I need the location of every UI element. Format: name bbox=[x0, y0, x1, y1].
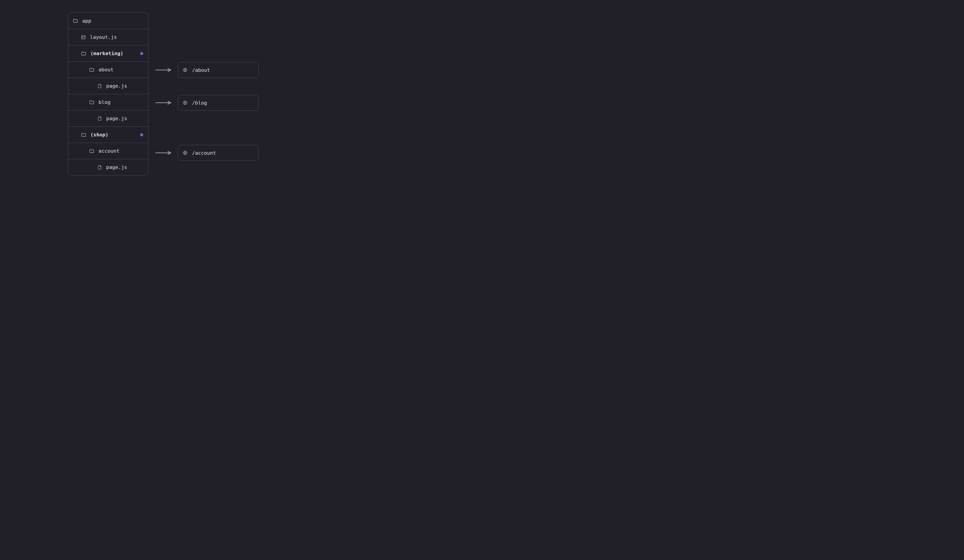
tree-label-shop: (shop) bbox=[90, 132, 108, 138]
file-icon bbox=[97, 84, 102, 89]
tree-row-blog-page: page.js bbox=[68, 110, 148, 127]
url-label-blog: /blog bbox=[192, 100, 207, 106]
tree-label-app: app bbox=[82, 18, 91, 24]
folder-icon bbox=[89, 100, 94, 105]
file-icon bbox=[97, 116, 102, 121]
tree-row-layout: layout.js bbox=[68, 29, 148, 45]
tree-label-blog: blog bbox=[99, 99, 111, 105]
tree-row-blog: blog bbox=[68, 94, 148, 110]
folder-icon bbox=[81, 51, 86, 56]
arrow-icon bbox=[155, 101, 172, 105]
tree-row-account-page: page.js bbox=[68, 159, 148, 175]
tree-label-account-page: page.js bbox=[106, 164, 127, 170]
tree-label-about: about bbox=[99, 67, 114, 73]
url-label-about: /about bbox=[192, 67, 210, 73]
tree-row-app: app bbox=[68, 13, 148, 29]
folder-icon bbox=[89, 67, 94, 73]
globe-icon bbox=[182, 100, 187, 105]
folder-icon bbox=[73, 18, 78, 23]
url-chip-blog: /blog bbox=[178, 95, 259, 110]
tree-label-layout: layout.js bbox=[90, 34, 117, 40]
tree-label-about-page: page.js bbox=[106, 83, 127, 89]
url-label-account: /account bbox=[192, 150, 216, 156]
tree-row-about: about bbox=[68, 62, 148, 78]
tree-row-account: account bbox=[68, 143, 148, 159]
tree-label-blog-page: page.js bbox=[106, 115, 127, 121]
url-chip-account: /account bbox=[178, 145, 259, 161]
url-chip-about: /about bbox=[178, 62, 259, 78]
globe-icon bbox=[182, 150, 187, 155]
layout-icon bbox=[81, 35, 86, 40]
file-tree-panel: app layout.js (marketing) bbox=[68, 12, 148, 175]
group-dot-icon bbox=[140, 133, 143, 136]
svg-rect-0 bbox=[81, 36, 85, 39]
tree-row-about-page: page.js bbox=[68, 78, 148, 94]
group-dot-icon bbox=[140, 52, 143, 55]
tree-label-marketing: (marketing) bbox=[90, 50, 124, 56]
tree-row-shop: (shop) bbox=[68, 127, 148, 143]
tree-row-marketing: (marketing) bbox=[68, 45, 148, 62]
file-icon bbox=[97, 165, 102, 170]
folder-icon bbox=[81, 132, 86, 138]
arrow-icon bbox=[155, 151, 172, 155]
tree-label-account: account bbox=[99, 148, 119, 154]
folder-icon bbox=[89, 148, 94, 154]
globe-icon bbox=[182, 68, 187, 73]
arrow-icon bbox=[155, 68, 172, 72]
diagram-canvas: app layout.js (marketing) bbox=[0, 0, 327, 190]
